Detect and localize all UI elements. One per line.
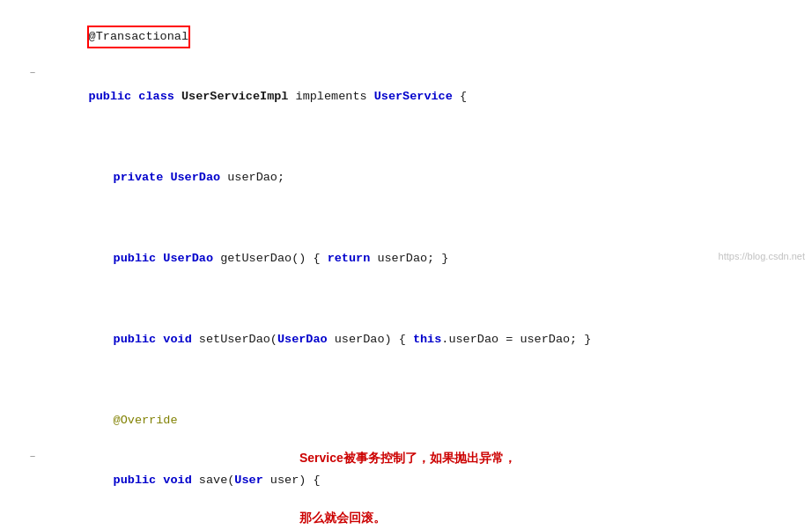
code-editor: @Transactional − public class UserServic… [0, 0, 812, 529]
annotation-transactional: @Transactional [89, 27, 188, 47]
line-empty1 [0, 127, 812, 148]
line-override: @Override [0, 391, 812, 451]
line-getter: public UserDao getUserDao() { return use… [0, 229, 812, 289]
line-empty3 [0, 289, 812, 310]
line-transactional: @Transactional [0, 7, 812, 67]
line-empty4 [0, 370, 812, 391]
annotation-service: Service被事务控制了，如果抛出异常， [299, 451, 516, 467]
watermark-text-1-abs: https://blog.csdn.net [719, 251, 805, 261]
line-save-method: − public void save(User user) { Service被… [0, 451, 812, 511]
line-class-decl: − public class UserServiceImpl implement… [0, 67, 812, 127]
line-userdao-save: userDao.save(user); 那么就会回滚。 [0, 511, 812, 529]
annotation-rollback: 那么就会回滚。 [299, 511, 386, 526]
line-setter: public void setUserDao(UserDao userDao) … [0, 310, 812, 370]
line-empty2 [0, 208, 812, 229]
line-userdao-field: private UserDao userDao; [0, 148, 812, 208]
